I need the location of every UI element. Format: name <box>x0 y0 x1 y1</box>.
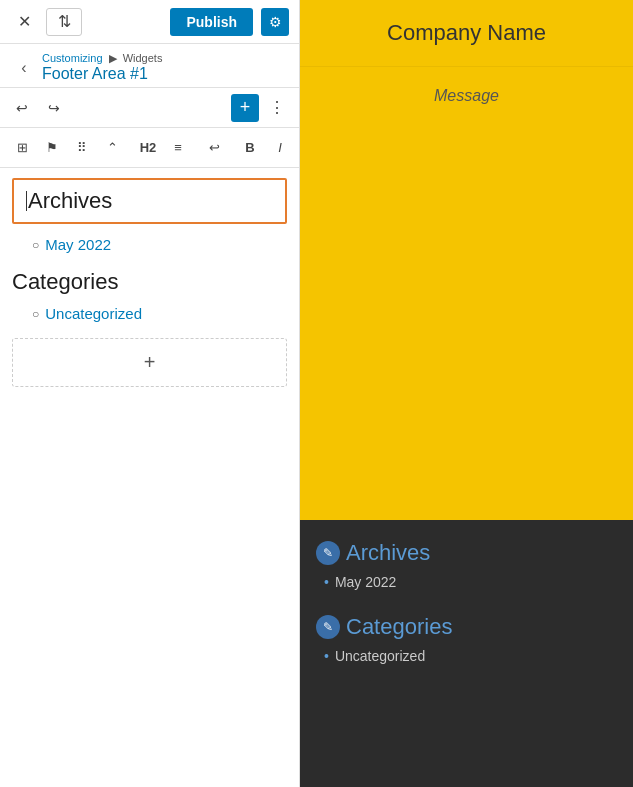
italic-tool-button[interactable]: I <box>266 134 294 162</box>
toolbar-row: ↩ ↪ + ⋮ <box>0 88 299 128</box>
breadcrumb-customizing[interactable]: Customizing <box>42 52 103 64</box>
categories-widget-title: Categories <box>346 614 452 640</box>
left-panel: ✕ ⇅ Publish ⚙ ‹ Customizing ▶ Widgets Fo… <box>0 0 300 787</box>
archives-widget: ✎ Archives May 2022 <box>316 540 617 594</box>
list-item: May 2022 <box>324 574 396 590</box>
breadcrumb-separator: ▶ <box>109 52 117 64</box>
archive-item-may2022: May 2022 <box>335 574 396 590</box>
h2-tool-button[interactable]: H2 <box>134 134 162 162</box>
archives-widget-list: May 2022 <box>316 574 396 594</box>
list-item: Uncategorized <box>32 305 287 322</box>
updown-button[interactable]: ⇅ <box>46 8 82 36</box>
bookmark-tool-button[interactable]: ⚑ <box>38 134 66 162</box>
undo-button[interactable]: ↩ <box>8 94 36 122</box>
archives-widget-icon: ✎ <box>316 541 340 565</box>
publish-button[interactable]: Publish <box>170 8 253 36</box>
add-new-block-button[interactable]: + <box>12 338 287 387</box>
breadcrumb-title: Footer Area #1 <box>42 65 162 83</box>
add-block-button[interactable]: + <box>231 94 259 122</box>
archives-heading-box[interactable]: Archives <box>12 178 287 224</box>
archives-widget-title: Archives <box>346 540 430 566</box>
message-area: Message <box>300 67 633 125</box>
categories-widget: ✎ Categories Uncategorized <box>316 614 617 668</box>
breadcrumb: Customizing ▶ Widgets Footer Area #1 <box>42 52 162 83</box>
categories-list: Uncategorized <box>12 305 287 322</box>
bold-tool-button[interactable]: B <box>236 134 264 162</box>
list-item: Uncategorized <box>324 648 425 664</box>
copy-tool-button[interactable]: ⊞ <box>8 134 36 162</box>
archives-heading: Archives <box>24 188 275 214</box>
close-button[interactable]: ✕ <box>10 8 38 36</box>
redo-button[interactable]: ↪ <box>40 94 68 122</box>
dark-section: ✎ Archives May 2022 ✎ Categories Uncateg… <box>300 520 633 787</box>
block-toolbar: ⊞ ⚑ ⠿ ⌃ H2 ≡ ↩ B I ⊕ ▾ ⋮ <box>0 128 299 168</box>
yellow-section: Company Name Message <box>300 0 633 520</box>
category-link-uncategorized[interactable]: Uncategorized <box>45 305 142 322</box>
drag-tool-button[interactable]: ⠿ <box>68 134 96 162</box>
categories-widget-title-row: ✎ Categories <box>316 614 452 640</box>
top-bar: ✕ ⇅ Publish ⚙ <box>0 0 299 44</box>
breadcrumb-widgets: Widgets <box>123 52 163 64</box>
back-button[interactable]: ‹ <box>10 54 38 82</box>
content-area: Archives May 2022 Categories Uncategoriz… <box>0 168 299 787</box>
breadcrumb-bar: ‹ Customizing ▶ Widgets Footer Area #1 <box>0 44 299 88</box>
cursor-indicator <box>26 191 27 211</box>
archives-widget-title-row: ✎ Archives <box>316 540 430 566</box>
archive-list: May 2022 <box>12 236 287 253</box>
categories-widget-icon: ✎ <box>316 615 340 639</box>
categories-heading: Categories <box>12 269 287 295</box>
categories-widget-list: Uncategorized <box>316 648 425 668</box>
archive-link-may2022[interactable]: May 2022 <box>45 236 111 253</box>
list-item: May 2022 <box>32 236 287 253</box>
message-text: Message <box>434 87 499 105</box>
align-tool-button[interactable]: ≡ <box>164 134 192 162</box>
return-tool-button[interactable]: ↩ <box>200 134 228 162</box>
gear-button[interactable]: ⚙ <box>261 8 289 36</box>
company-name: Company Name <box>387 20 546 46</box>
category-item-uncategorized: Uncategorized <box>335 648 425 664</box>
company-name-bar: Company Name <box>300 0 633 67</box>
move-tool-button[interactable]: ⌃ <box>98 134 126 162</box>
more-options-button[interactable]: ⋮ <box>263 94 291 122</box>
right-panel: Company Name Message ✎ Archives May 2022 <box>300 0 633 787</box>
